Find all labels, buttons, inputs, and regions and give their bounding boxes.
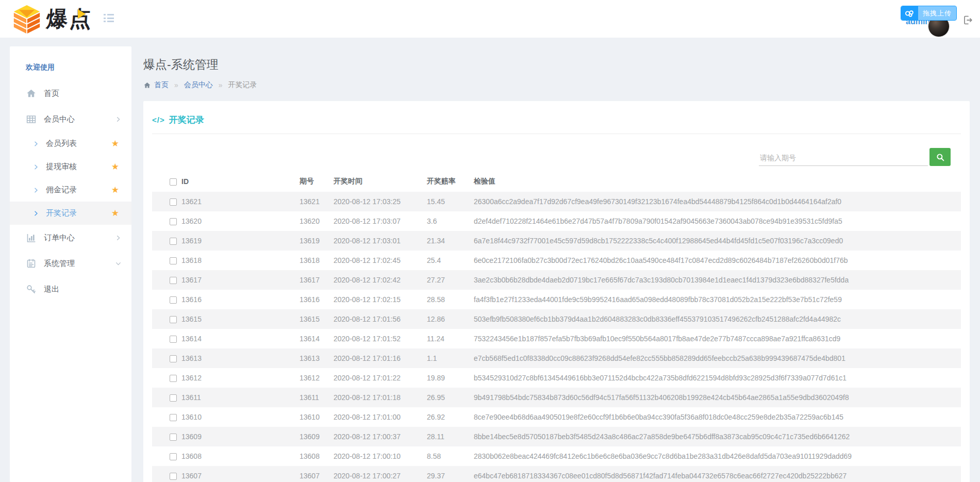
cell-odds: 29.37 xyxy=(427,466,474,482)
search-input[interactable] xyxy=(759,150,928,166)
row-checkbox[interactable] xyxy=(170,355,177,362)
panel-draw-records: </> 开奖记录 ID 期号 开奖 xyxy=(143,101,970,482)
sidebar-item-label: 提现审核 xyxy=(46,162,77,172)
cell-period: 13609 xyxy=(300,427,334,446)
cell-odds: 21.34 xyxy=(427,231,474,251)
star-icon[interactable]: ★ xyxy=(111,186,119,194)
cell-time: 2020-08-12 17:03:25 xyxy=(334,192,427,211)
chevron-right-icon xyxy=(115,116,122,123)
draw-records-table: ID 期号 开奖时间 开奖赔率 检验值 13621136212020-08-12… xyxy=(152,171,961,482)
row-checkbox[interactable] xyxy=(170,277,177,284)
sidebar-item-logout[interactable]: 退出 xyxy=(10,276,131,302)
menu-toggle-icon[interactable] xyxy=(104,14,114,23)
sidebar-item-system-management[interactable]: 系统管理 xyxy=(10,251,131,276)
cell-odds: 1.1 xyxy=(427,348,474,368)
breadcrumb-current: 开奖记录 xyxy=(228,80,257,90)
cell-hash: b534529310d27c8bf61345449616bb3e071152d4… xyxy=(474,368,961,388)
cell-odds: 19.89 xyxy=(427,368,474,388)
row-checkbox[interactable] xyxy=(170,434,177,441)
sidebar-item-order-center[interactable]: 订单中心 xyxy=(10,225,131,251)
cell-time: 2020-08-12 17:03:07 xyxy=(334,211,427,231)
column-header-period: 期号 xyxy=(300,171,334,192)
sidebar-item-member-center[interactable]: 会员中心 xyxy=(10,106,131,132)
sidebar-item-label: 系统管理 xyxy=(44,259,75,269)
row-checkbox[interactable] xyxy=(170,238,177,245)
upload-badge-label: 拖拽上传 xyxy=(918,6,956,20)
row-checkbox[interactable] xyxy=(170,316,177,323)
cell-odds: 3.6 xyxy=(427,211,474,231)
star-icon[interactable]: ★ xyxy=(111,139,119,148)
sidebar-item-draw-records[interactable]: 开奖记录 ★ xyxy=(10,202,131,225)
sidebar-item-label: 会员中心 xyxy=(44,114,75,124)
row-checkbox-cell xyxy=(152,270,181,290)
cell-odds: 25.4 xyxy=(427,251,474,270)
cell-id: 13615 xyxy=(181,309,300,329)
sidebar-item-label: 首页 xyxy=(44,89,59,98)
cell-time: 2020-08-12 17:03:01 xyxy=(334,231,427,251)
cell-odds: 26.95 xyxy=(427,388,474,407)
cell-id: 13620 xyxy=(181,211,300,231)
brand-logo[interactable]: 爆点 xyxy=(12,5,93,34)
column-header-odds: 开奖赔率 xyxy=(427,171,474,192)
table-header-row: ID 期号 开奖时间 开奖赔率 检验值 xyxy=(152,171,961,192)
star-icon[interactable]: ★ xyxy=(111,162,119,171)
table-row: 13621136212020-08-12 17:03:2515.4526300a… xyxy=(152,192,961,211)
table-row: 13620136202020-08-12 17:03:073.6d2ef4def… xyxy=(152,211,961,231)
chevron-right-icon xyxy=(33,141,39,147)
welcome-label: 欢迎使用 xyxy=(10,46,131,72)
upload-badge[interactable]: 拖拽上传 xyxy=(901,6,957,21)
row-checkbox[interactable] xyxy=(170,336,177,343)
cell-hash: 8ce7e90ee4b68d6aa4905019e8f2e60ccf9f1b6b… xyxy=(474,407,961,427)
cell-id: 13610 xyxy=(181,407,300,427)
sidebar-item-commission-records[interactable]: 佣金记录 ★ xyxy=(10,178,131,202)
cell-id: 13612 xyxy=(181,368,300,388)
row-checkbox-cell xyxy=(152,309,181,329)
row-checkbox[interactable] xyxy=(170,218,177,225)
row-checkbox[interactable] xyxy=(170,394,177,402)
cell-hash: 3ae2c3b0b6b28dbde4daeb2d0719bc17e665f67d… xyxy=(474,270,961,290)
table-row: 13616136162020-08-12 17:02:1528.58fa4f3f… xyxy=(152,290,961,309)
cell-odds: 26.92 xyxy=(427,407,474,427)
row-checkbox[interactable] xyxy=(170,473,177,480)
logout-button[interactable] xyxy=(962,14,973,26)
cell-time: 2020-08-12 17:01:18 xyxy=(334,388,427,407)
cell-hash: 2830b062e8beac424469fc8412e6c1b6e6c8e6ba… xyxy=(474,446,961,466)
cell-odds: 28.11 xyxy=(427,427,474,446)
sidebar-item-withdraw-review[interactable]: 提现审核 ★ xyxy=(10,155,131,178)
cell-period: 13620 xyxy=(300,211,334,231)
row-checkbox[interactable] xyxy=(170,198,177,206)
cell-time: 2020-08-12 17:02:15 xyxy=(334,290,427,309)
table-row: 13617136172020-08-12 17:02:4227.273ae2c3… xyxy=(152,270,961,290)
sidebar-item-label: 订单中心 xyxy=(44,233,75,243)
row-checkbox-cell xyxy=(152,348,181,368)
cell-hash: 8bbe14bec5e8d57050187beb3f5485d243a8c486… xyxy=(474,427,961,446)
home-icon xyxy=(26,88,37,99)
cell-time: 2020-08-12 17:01:16 xyxy=(334,348,427,368)
cell-time: 2020-08-12 17:02:45 xyxy=(334,251,427,270)
chevron-right-icon xyxy=(33,164,39,170)
logout-icon xyxy=(962,14,973,26)
breadcrumb-link-home[interactable]: 首页 xyxy=(154,80,169,90)
breadcrumb-link-member-center[interactable]: 会员中心 xyxy=(184,80,213,90)
row-checkbox[interactable] xyxy=(170,375,177,382)
cell-id: 13608 xyxy=(181,446,300,466)
search-button[interactable] xyxy=(929,148,951,166)
cell-time: 2020-08-12 17:01:56 xyxy=(334,309,427,329)
sidebar-item-home[interactable]: 首页 xyxy=(10,80,131,106)
row-checkbox-cell xyxy=(152,427,181,446)
row-checkbox[interactable] xyxy=(170,296,177,304)
row-checkbox[interactable] xyxy=(170,257,177,264)
cell-period: 13618 xyxy=(300,251,334,270)
star-icon[interactable]: ★ xyxy=(111,209,119,218)
row-checkbox-cell xyxy=(152,192,181,211)
cell-period: 13611 xyxy=(300,388,334,407)
table-row: 13614136142020-08-12 17:01:5211.24753224… xyxy=(152,329,961,348)
cell-time: 2020-08-12 17:02:42 xyxy=(334,270,427,290)
select-all-checkbox[interactable] xyxy=(170,178,177,186)
row-checkbox-cell xyxy=(152,231,181,251)
row-checkbox[interactable] xyxy=(170,453,177,460)
row-checkbox[interactable] xyxy=(170,414,177,421)
table-row: 13608136082020-08-12 17:00:108.582830b06… xyxy=(152,446,961,466)
sidebar-item-member-list[interactable]: 会员列表 ★ xyxy=(10,132,131,155)
cloud-icon xyxy=(905,10,915,17)
